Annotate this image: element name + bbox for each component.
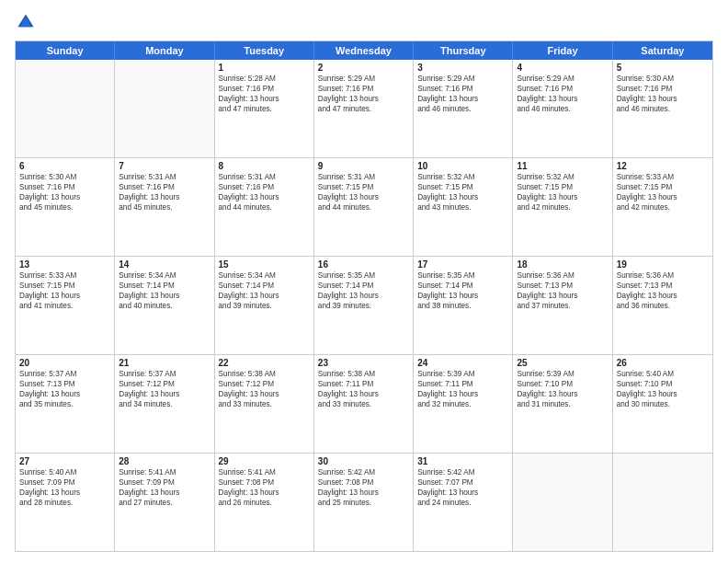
cell-line: Sunrise: 5:36 AM	[517, 270, 608, 281]
cell-line: Daylight: 13 hours	[19, 488, 110, 498]
cell-line: Sunrise: 5:33 AM	[19, 270, 110, 281]
day-number: 25	[517, 358, 608, 368]
day-number: 2	[318, 63, 409, 73]
cell-line: Sunset: 7:15 PM	[318, 182, 409, 192]
cell-line: Sunset: 7:09 PM	[119, 477, 210, 488]
day-cell-4: 4Sunrise: 5:29 AMSunset: 7:16 PMDaylight…	[513, 60, 612, 157]
cell-line: and 33 minutes.	[219, 399, 310, 409]
cell-line: and 45 minutes.	[119, 202, 210, 213]
cell-line: Sunset: 7:14 PM	[119, 281, 210, 291]
cell-line: Sunset: 7:13 PM	[617, 281, 709, 291]
cell-line: Daylight: 13 hours	[417, 389, 508, 399]
cell-line: Sunset: 7:14 PM	[219, 281, 310, 291]
cell-line: and 45 minutes.	[19, 202, 110, 213]
cell-line: Sunset: 7:10 PM	[617, 379, 709, 389]
logo-icon	[15, 11, 37, 33]
cell-line: and 46 minutes.	[417, 104, 508, 114]
header-day-saturday: Saturday	[613, 41, 712, 60]
cell-line: Sunrise: 5:40 AM	[617, 369, 709, 379]
cell-line: Sunset: 7:14 PM	[417, 281, 508, 291]
cell-line: Sunset: 7:12 PM	[119, 379, 210, 389]
cell-line: Sunrise: 5:30 AM	[617, 74, 709, 84]
day-cell-28: 28Sunrise: 5:41 AMSunset: 7:09 PMDayligh…	[115, 454, 214, 551]
cell-line: Sunrise: 5:42 AM	[417, 467, 508, 477]
cell-line: Sunrise: 5:36 AM	[617, 270, 709, 281]
day-cell-2: 2Sunrise: 5:29 AMSunset: 7:16 PMDaylight…	[314, 60, 414, 157]
calendar-row-4: 20Sunrise: 5:37 AMSunset: 7:13 PMDayligh…	[16, 355, 712, 454]
day-cell-21: 21Sunrise: 5:37 AMSunset: 7:12 PMDayligh…	[115, 355, 214, 453]
cell-line: and 25 minutes.	[318, 498, 409, 508]
cell-line: Sunset: 7:16 PM	[219, 84, 310, 94]
day-cell-13: 13Sunrise: 5:33 AMSunset: 7:15 PMDayligh…	[16, 257, 115, 354]
day-number: 28	[119, 456, 210, 466]
cell-line: Sunrise: 5:39 AM	[417, 369, 508, 379]
calendar-body: 1Sunrise: 5:28 AMSunset: 7:16 PMDaylight…	[16, 60, 712, 551]
day-number: 9	[318, 161, 409, 171]
cell-line: and 41 minutes.	[19, 301, 110, 311]
cell-line: Sunset: 7:15 PM	[517, 182, 608, 192]
day-cell-12: 12Sunrise: 5:33 AMSunset: 7:15 PMDayligh…	[613, 158, 712, 256]
cell-line: Daylight: 13 hours	[219, 192, 310, 202]
cell-line: Daylight: 13 hours	[617, 291, 709, 301]
cell-line: Daylight: 13 hours	[219, 488, 310, 498]
cell-line: Sunset: 7:15 PM	[417, 182, 508, 192]
day-number: 26	[617, 358, 709, 368]
day-cell-10: 10Sunrise: 5:32 AMSunset: 7:15 PMDayligh…	[414, 158, 513, 256]
cell-line: Daylight: 13 hours	[19, 192, 110, 202]
calendar-header: SundayMondayTuesdayWednesdayThursdayFrid…	[16, 41, 712, 60]
day-number: 27	[19, 456, 110, 466]
cell-line: Daylight: 13 hours	[318, 94, 409, 104]
calendar-row-3: 13Sunrise: 5:33 AMSunset: 7:15 PMDayligh…	[16, 257, 712, 355]
cell-line: Sunrise: 5:34 AM	[119, 270, 210, 281]
header-day-thursday: Thursday	[414, 41, 513, 60]
cell-line: Sunset: 7:13 PM	[517, 281, 608, 291]
cell-line: Sunrise: 5:28 AM	[219, 74, 310, 84]
cell-line: Sunrise: 5:29 AM	[318, 74, 409, 84]
day-cell-5: 5Sunrise: 5:30 AMSunset: 7:16 PMDaylight…	[613, 60, 712, 157]
cell-line: Sunrise: 5:42 AM	[318, 467, 409, 477]
calendar: SundayMondayTuesdayWednesdayThursdayFrid…	[15, 40, 713, 552]
cell-line: and 26 minutes.	[219, 498, 310, 508]
cell-line: Sunrise: 5:37 AM	[19, 369, 110, 379]
day-cell-11: 11Sunrise: 5:32 AMSunset: 7:15 PMDayligh…	[513, 158, 612, 256]
cell-line: Sunrise: 5:29 AM	[517, 74, 608, 84]
day-number: 12	[617, 161, 709, 171]
cell-line: Sunrise: 5:31 AM	[119, 172, 210, 182]
day-number: 30	[318, 456, 409, 466]
cell-line: Daylight: 13 hours	[219, 94, 310, 104]
cell-line: Daylight: 13 hours	[517, 192, 608, 202]
day-cell-empty	[613, 454, 712, 551]
cell-line: and 32 minutes.	[417, 399, 508, 409]
cell-line: Sunset: 7:08 PM	[318, 477, 409, 488]
day-cell-empty	[513, 454, 612, 551]
page: SundayMondayTuesdayWednesdayThursdayFrid…	[0, 0, 728, 563]
day-number: 31	[417, 456, 508, 466]
cell-line: Daylight: 13 hours	[119, 291, 210, 301]
cell-line: Sunset: 7:16 PM	[617, 84, 709, 94]
day-number: 13	[19, 259, 110, 270]
cell-line: Sunset: 7:10 PM	[517, 379, 608, 389]
day-cell-1: 1Sunrise: 5:28 AMSunset: 7:16 PMDaylight…	[215, 60, 314, 157]
day-cell-14: 14Sunrise: 5:34 AMSunset: 7:14 PMDayligh…	[115, 257, 214, 354]
cell-line: and 39 minutes.	[318, 301, 409, 311]
cell-line: and 35 minutes.	[19, 399, 110, 409]
cell-line: Daylight: 13 hours	[318, 488, 409, 498]
day-cell-6: 6Sunrise: 5:30 AMSunset: 7:16 PMDaylight…	[16, 158, 115, 256]
day-cell-8: 8Sunrise: 5:31 AMSunset: 7:16 PMDaylight…	[215, 158, 314, 256]
cell-line: Daylight: 13 hours	[119, 389, 210, 399]
day-cell-23: 23Sunrise: 5:38 AMSunset: 7:11 PMDayligh…	[314, 355, 414, 453]
day-cell-25: 25Sunrise: 5:39 AMSunset: 7:10 PMDayligh…	[513, 355, 612, 453]
cell-line: Daylight: 13 hours	[517, 291, 608, 301]
cell-line: Daylight: 13 hours	[517, 94, 608, 104]
day-cell-3: 3Sunrise: 5:29 AMSunset: 7:16 PMDaylight…	[414, 60, 513, 157]
cell-line: Sunrise: 5:39 AM	[517, 369, 608, 379]
cell-line: Sunset: 7:16 PM	[19, 182, 110, 192]
cell-line: Daylight: 13 hours	[617, 192, 709, 202]
cell-line: Sunrise: 5:35 AM	[417, 270, 508, 281]
cell-line: Sunrise: 5:37 AM	[119, 369, 210, 379]
day-number: 17	[417, 259, 508, 270]
cell-line: and 24 minutes.	[417, 498, 508, 508]
day-number: 23	[318, 358, 409, 368]
cell-line: Daylight: 13 hours	[19, 389, 110, 399]
cell-line: Daylight: 13 hours	[318, 389, 409, 399]
